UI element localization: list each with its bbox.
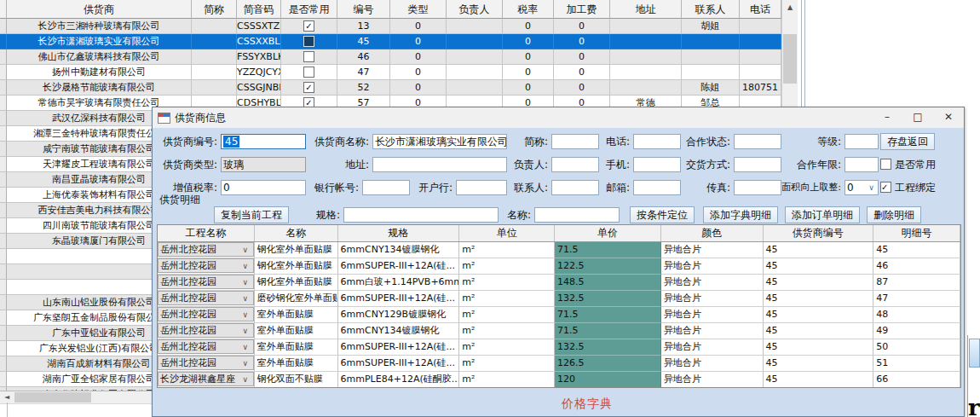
column-header[interactable]: 供货商	[7, 0, 192, 19]
project-combo[interactable]: 岳州北控花园∨	[158, 242, 254, 257]
project-combo[interactable]: 岳州北控花园∨	[158, 307, 254, 321]
mobile-input[interactable]	[633, 157, 681, 172]
coop-years-input[interactable]	[845, 157, 879, 172]
add-dict-detail-button[interactable]: 添加字典明细	[703, 206, 778, 223]
email-input[interactable]	[633, 180, 681, 195]
common-checkbox-cell[interactable]	[281, 49, 337, 65]
address-input[interactable]	[372, 157, 507, 172]
grid-column-header[interactable]: 明细号	[873, 225, 960, 241]
copy-current-project-button[interactable]: 复制当前工程	[214, 206, 289, 223]
fax-label: 传真:	[681, 179, 734, 196]
grid-row[interactable]: 长沙龙湖祺鑫星座∨钢化双面不贴膜6mmPLE84+12A(硅酮胶...m²120…	[158, 372, 960, 388]
grid-row[interactable]: 岳州北控花园∨室外单面贴膜6mmSUPER-III+12A(硅...m²126.…	[158, 356, 960, 372]
close-button[interactable]: ✕	[933, 107, 964, 128]
grid-row[interactable]: 岳州北控花园∨磨砂钢化室外单面贴膜6mmSUPER-III+12A(硅...m²…	[158, 291, 960, 307]
column-header[interactable]: 联系人	[682, 0, 740, 19]
area-round-combo[interactable]: 0 ∨	[845, 180, 879, 195]
grade-input[interactable]	[845, 134, 879, 149]
grid-column-header[interactable]: 颜色	[661, 225, 764, 241]
phone-input[interactable]	[633, 134, 681, 149]
horizontal-scroll-thumb[interactable]	[14, 392, 91, 403]
delivery-input[interactable]	[734, 157, 781, 172]
table-cell	[447, 19, 503, 34]
project-combo-cell[interactable]: 岳州北控花园∨	[158, 339, 255, 356]
add-order-detail-button[interactable]: 添加订单明细	[785, 206, 860, 223]
grid-cell: m²	[459, 372, 555, 388]
common-checkbox-cell[interactable]: ✓	[281, 80, 337, 96]
supplier-type-input[interactable]: 玻璃	[221, 157, 306, 172]
coop-status-input[interactable]	[734, 134, 781, 149]
project-combo[interactable]: 岳州北控花园∨	[158, 339, 254, 354]
project-combo-cell[interactable]: 岳州北控花园∨	[158, 258, 255, 275]
locate-by-condition-button[interactable]: 按条件定位	[630, 206, 695, 223]
vat-input[interactable]: 0	[221, 180, 306, 195]
maximize-button[interactable]: □	[902, 107, 933, 128]
grid-column-header[interactable]: 名称	[255, 225, 338, 241]
grid-column-header[interactable]: 供货商编号	[764, 225, 874, 241]
name-filter-input[interactable]	[534, 207, 620, 223]
project-combo-cell[interactable]: 岳州北控花园∨	[158, 307, 255, 323]
project-combo[interactable]: 岳州北控花园∨	[158, 258, 254, 273]
grid-row[interactable]: 岳州北控花园∨钢化室外单面贴膜6mmCNY134镀膜钢化m²71.5异地合片45…	[158, 242, 960, 258]
project-combo-cell[interactable]: 岳州北控花园∨	[158, 323, 255, 339]
table-row[interactable]: 扬州中勤建材有限公司YZZQJCYXGS47000	[0, 65, 797, 80]
supplier-no-input[interactable]: 45	[221, 134, 306, 149]
supplier-name-input[interactable]: 长沙市潇湘玻璃实业有限公司	[372, 134, 507, 149]
grid-row[interactable]: 岳州北控花园∨室外单面贴膜6mmSUPER-III+12A(硅...m²132.…	[158, 339, 960, 356]
column-header[interactable]: 编号	[337, 0, 390, 19]
table-cell	[610, 80, 682, 96]
proj-bind-checkbox[interactable]: ✓ 工程绑定	[880, 181, 936, 195]
project-combo[interactable]: 岳州北控花园∨	[158, 291, 254, 305]
grid-row[interactable]: 岳州北控花园∨室外单面贴膜6mmCNY129B镀膜钢化m²71.5异地合片454…	[158, 307, 960, 323]
table-row[interactable]: 长沙晟格节能玻璃有限公司CSSGJNBLYXGS✓52000陈姐180751	[0, 80, 797, 96]
chevron-down-icon: ∨	[239, 372, 251, 387]
common-checkbox-cell[interactable]: ✓	[281, 19, 337, 34]
column-header[interactable]: 电话	[740, 0, 781, 19]
project-combo[interactable]: 岳州北控花园∨	[158, 356, 254, 370]
delete-detail-button[interactable]: 删除明细	[867, 206, 921, 223]
contact-input[interactable]	[551, 180, 599, 195]
grid-column-header[interactable]: 单价	[555, 225, 661, 241]
column-header[interactable]: 简称	[192, 0, 237, 19]
grid-column-header[interactable]: 规格	[338, 225, 460, 241]
column-header[interactable]: 地址	[610, 0, 682, 19]
common-checkbox-cell[interactable]	[281, 34, 337, 49]
column-header[interactable]: 类型	[390, 0, 447, 19]
grid-column-header[interactable]: 单位	[459, 225, 555, 241]
column-header[interactable]: 加工费	[554, 0, 610, 19]
minimize-button[interactable]: –	[872, 107, 902, 128]
abbr-input[interactable]	[551, 134, 599, 149]
column-header[interactable]: 税率	[503, 0, 554, 19]
project-combo-cell[interactable]: 岳州北控花园∨	[158, 291, 255, 307]
column-header[interactable]: 简音码	[237, 0, 281, 19]
column-header[interactable]: 负责人	[447, 0, 503, 19]
dialog-titlebar[interactable]: 供货商信息 – □ ✕	[153, 107, 964, 128]
grid-row[interactable]: 岳州北控花园∨钢化室外单面贴膜6mm白玻+1.14PVB+6mm...m²148…	[158, 275, 960, 291]
table-row[interactable]: 长沙市三湘特种玻璃有限公司CSSSXTZBL...✓13000胡姐	[0, 19, 797, 34]
common-checkbox-cell[interactable]	[281, 65, 337, 80]
column-header[interactable]: 是否常用	[281, 0, 337, 19]
scroll-up-icon[interactable]: ▲	[782, 0, 798, 14]
project-combo[interactable]: 岳州北控花园∨	[158, 323, 254, 338]
vertical-scroll-thumb[interactable]	[783, 34, 797, 84]
fax-input[interactable]	[734, 180, 781, 195]
spec-filter-input[interactable]	[343, 207, 499, 223]
project-combo-cell[interactable]: 长沙龙湖祺鑫星座∨	[158, 372, 255, 388]
project-combo-cell[interactable]: 岳州北控花园∨	[158, 275, 255, 291]
is-common-checkbox[interactable]: 是否常用	[880, 158, 936, 172]
table-row[interactable]: 佛山市亿鑫玻璃科技有限公司FSSYXBLKJ...46000	[0, 49, 797, 65]
table-row[interactable]: 长沙市潇湘玻璃实业有限公司CSSXXBLSY...45000	[0, 34, 797, 49]
checkbox-icon	[303, 51, 314, 62]
grid-row[interactable]: 岳州北控花园∨钢化室外单面贴膜6mmSUPER-III+12A(硅...m²12…	[158, 258, 960, 275]
save-return-button[interactable]: 存盘返回	[880, 133, 935, 150]
project-combo[interactable]: 岳州北控花园∨	[158, 275, 254, 289]
scroll-left-icon[interactable]: ◄	[0, 391, 14, 403]
grid-row[interactable]: 岳州北控花园∨室外单面贴膜6mmCNY134镀膜钢化m²71.5异地合片4549	[158, 323, 960, 339]
project-combo-cell[interactable]: 岳州北控花园∨	[158, 242, 255, 258]
grid-column-header[interactable]: 工程名称	[158, 225, 255, 241]
bank-account-input[interactable]	[362, 180, 410, 195]
project-combo[interactable]: 长沙龙湖祺鑫星座∨	[158, 372, 254, 386]
project-combo-cell[interactable]: 岳州北控花园∨	[158, 356, 255, 372]
bank-input[interactable]	[456, 180, 507, 195]
manager-input[interactable]	[551, 157, 599, 172]
